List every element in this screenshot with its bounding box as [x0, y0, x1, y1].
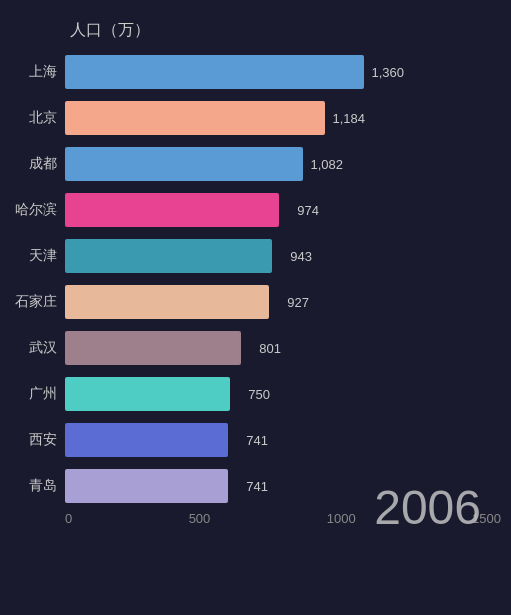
bar-row: 成都1,082	[10, 143, 501, 185]
bar-row: 广州750	[10, 373, 501, 415]
bar-label: 北京	[10, 109, 65, 127]
bar-label: 哈尔滨	[10, 201, 65, 219]
bar-row: 哈尔滨974	[10, 189, 501, 231]
bar-row: 石家庄927	[10, 281, 501, 323]
bar-wrapper: 943	[65, 239, 501, 273]
year-label: 2006	[374, 480, 481, 535]
chart-container: 人口（万） 上海1,360北京1,184成都1,082哈尔滨974天津943石家…	[0, 0, 511, 615]
bar-wrapper: 801	[65, 331, 501, 365]
x-tick: 500	[189, 511, 211, 526]
bar-value: 1,360	[371, 65, 404, 80]
bar: 927	[65, 285, 269, 319]
x-tick: 1000	[327, 511, 356, 526]
bar-wrapper: 1,082	[65, 147, 501, 181]
bar: 1,184	[65, 101, 325, 135]
bar-label: 石家庄	[10, 293, 65, 311]
bar-label: 武汉	[10, 339, 65, 357]
bar-wrapper: 1,184	[65, 101, 501, 135]
bar-value: 974	[297, 203, 319, 218]
bar-label: 天津	[10, 247, 65, 265]
bar-wrapper: 741	[65, 423, 501, 457]
chart-title: 人口（万）	[10, 20, 501, 41]
bar: 741	[65, 469, 228, 503]
bar-row: 西安741	[10, 419, 501, 461]
bar-value: 943	[290, 249, 312, 264]
bar-label: 青岛	[10, 477, 65, 495]
bar: 943	[65, 239, 272, 273]
bar-wrapper: 750	[65, 377, 501, 411]
bar-label: 广州	[10, 385, 65, 403]
bar-wrapper: 1,360	[65, 55, 501, 89]
bar: 741	[65, 423, 228, 457]
bar-value: 750	[248, 387, 270, 402]
bar: 1,360	[65, 55, 364, 89]
bar-row: 上海1,360	[10, 51, 501, 93]
bar-label: 上海	[10, 63, 65, 81]
bar-label: 成都	[10, 155, 65, 173]
bar-value: 741	[246, 433, 268, 448]
bar: 974	[65, 193, 279, 227]
bar: 750	[65, 377, 230, 411]
bar-value: 801	[259, 341, 281, 356]
bar-row: 北京1,184	[10, 97, 501, 139]
x-tick: 0	[65, 511, 72, 526]
bar-wrapper: 927	[65, 285, 501, 319]
bar-value: 927	[287, 295, 309, 310]
bar-label: 西安	[10, 431, 65, 449]
chart-area: 上海1,360北京1,184成都1,082哈尔滨974天津943石家庄927武汉…	[10, 51, 501, 507]
bar-row: 天津943	[10, 235, 501, 277]
bar-value: 741	[246, 479, 268, 494]
bar-wrapper: 974	[65, 193, 501, 227]
bar: 801	[65, 331, 241, 365]
bar-row: 武汉801	[10, 327, 501, 369]
bar-value: 1,082	[310, 157, 343, 172]
bar: 1,082	[65, 147, 303, 181]
bar-value: 1,184	[332, 111, 365, 126]
